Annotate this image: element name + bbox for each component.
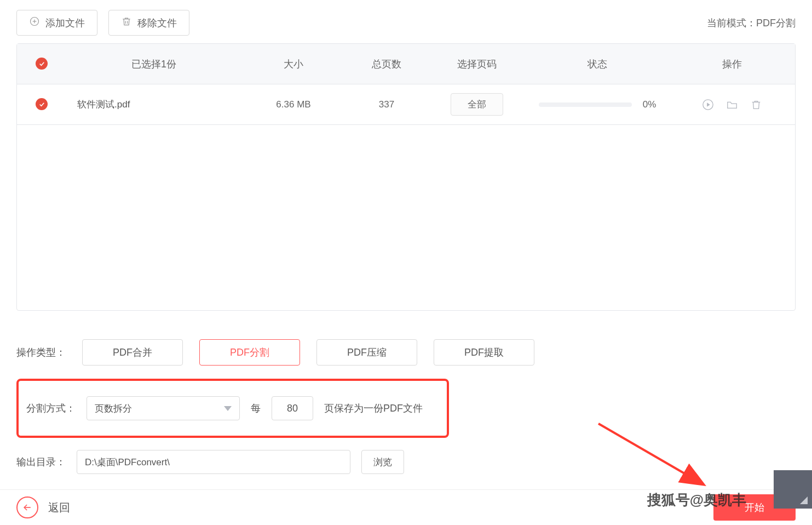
row-checkbox-cell[interactable] bbox=[17, 98, 66, 111]
check-all-icon[interactable] bbox=[36, 58, 48, 70]
current-mode-text: 当前模式：PDF分割 bbox=[707, 16, 796, 30]
row-status-cell: 0% bbox=[526, 99, 669, 110]
split-suffix-text: 页保存为一份PDF文件 bbox=[324, 402, 423, 415]
browse-button[interactable]: 浏览 bbox=[361, 450, 404, 474]
split-method-label: 分割方式： bbox=[26, 402, 76, 415]
header-actions: 操作 bbox=[669, 58, 795, 71]
split-method-select[interactable]: 页数拆分 bbox=[87, 396, 240, 420]
row-size: 6.36 MB bbox=[241, 99, 345, 110]
split-prefix-text: 每 bbox=[251, 402, 261, 415]
output-dir-row: 输出目录： 浏览 bbox=[16, 450, 796, 474]
row-filename: 软件测试.pdf bbox=[66, 98, 241, 111]
table-row: 软件测试.pdf 6.36 MB 337 全部 0% bbox=[17, 84, 795, 125]
arrow-left-icon bbox=[16, 497, 38, 518]
back-button[interactable]: 返回 bbox=[16, 497, 70, 518]
page-택-select-button[interactable]: 全部 bbox=[451, 93, 503, 116]
operation-type-row: 操作类型： PDF合并 PDF分割 PDF压缩 PDF提取 bbox=[16, 339, 796, 366]
mode-value: PDF分割 bbox=[756, 18, 796, 28]
header-select-pages: 选择页码 bbox=[428, 58, 526, 71]
plus-circle-icon bbox=[29, 16, 40, 30]
split-pages-input[interactable] bbox=[272, 396, 313, 420]
tab-pdf-extract[interactable]: PDF提取 bbox=[434, 339, 534, 366]
output-dir-label: 输出目录： bbox=[16, 455, 66, 469]
file-table: 已选择1份 大小 总页数 选择页码 状态 操作 软件测试.pdf 6.36 MB… bbox=[16, 43, 796, 311]
table-body: 软件测试.pdf 6.36 MB 337 全部 0% bbox=[17, 84, 795, 310]
remove-file-label: 移除文件 bbox=[137, 16, 177, 30]
row-pages: 337 bbox=[345, 99, 428, 110]
mode-label: 当前模式： bbox=[707, 18, 756, 28]
split-method-highlight-box: 分割方式： 页数拆分 每 页保存为一份PDF文件 bbox=[16, 379, 449, 438]
play-icon[interactable] bbox=[702, 99, 714, 111]
op-type-label: 操作类型： bbox=[16, 346, 66, 359]
tab-pdf-merge[interactable]: PDF合并 bbox=[82, 339, 183, 366]
top-toolbar: 添加文件 移除文件 当前模式：PDF分割 bbox=[16, 0, 796, 43]
header-pages: 总页数 bbox=[345, 58, 428, 71]
check-row-icon[interactable] bbox=[36, 98, 48, 110]
progress-bar bbox=[539, 102, 632, 107]
header-status: 状态 bbox=[526, 58, 669, 71]
svg-marker-6 bbox=[707, 102, 710, 106]
header-filename: 已选择1份 bbox=[66, 58, 241, 71]
toolbar-left-group: 添加文件 移除文件 bbox=[16, 10, 189, 36]
header-checkbox-cell[interactable] bbox=[17, 58, 66, 70]
progress-percent: 0% bbox=[643, 99, 656, 110]
chevron-down-icon bbox=[224, 406, 232, 411]
add-file-label: 添加文件 bbox=[45, 16, 85, 30]
remove-file-button[interactable]: 移除文件 bbox=[108, 10, 189, 36]
footer-bar: 返回 开始 bbox=[0, 489, 812, 525]
add-file-button[interactable]: 添加文件 bbox=[16, 10, 97, 36]
table-header: 已选择1份 大小 总页数 选择页码 状态 操作 bbox=[17, 44, 795, 84]
tab-pdf-split[interactable]: PDF分割 bbox=[199, 339, 300, 366]
row-page-select-cell: 全部 bbox=[428, 93, 526, 116]
split-method-value: 页数拆分 bbox=[95, 402, 132, 415]
trash-icon bbox=[121, 16, 132, 30]
back-label: 返回 bbox=[48, 500, 70, 515]
output-path-input[interactable] bbox=[77, 450, 350, 474]
delete-icon[interactable] bbox=[750, 99, 762, 111]
folder-icon[interactable] bbox=[726, 99, 738, 111]
row-actions bbox=[669, 99, 795, 111]
start-button[interactable]: 开始 bbox=[713, 494, 796, 521]
header-size: 大小 bbox=[241, 58, 345, 71]
tab-pdf-compress[interactable]: PDF压缩 bbox=[316, 339, 417, 366]
